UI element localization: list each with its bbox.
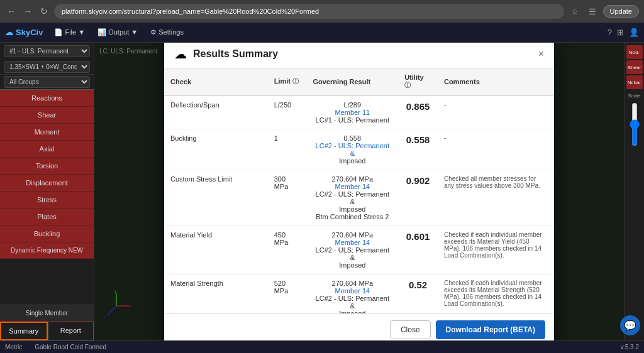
browser-bar: ← → ↻ ☆ ☰ Update [0,0,644,23]
cell-limit: 450 MPa [268,226,307,274]
forward-button[interactable]: → [21,5,34,18]
metric-label: Metric [5,344,22,350]
cell-comments: - [438,95,554,129]
toolbar-shear-button[interactable]: Shear [626,60,643,74]
modal-header: ☁ Results Summary × [164,43,554,68]
close-modal-button[interactable]: Close [390,320,431,339]
col-header-check: Check [164,68,268,95]
version-label: v.5.3.2 [621,344,639,350]
cell-comments: Checked all member stresses for any stre… [438,170,554,226]
scale-label: Scale [628,93,640,99]
modal-overlay: ☁ Results Summary × Check Limit ⓘ [94,43,624,340]
grid-icon[interactable]: ⊞ [617,28,624,37]
sidebar-item-shear[interactable]: Shear [0,107,94,124]
col-header-comments: Comments [438,68,554,95]
main-layout: #1 - ULS: Permanent 1.35×SW1 + 0×W_Cond6… [0,43,644,340]
table-row: Material Yield450 MPa270.604 MPaMember 1… [164,226,554,274]
cell-comments: Checked if each individual member exceed… [438,226,554,274]
cell-limit: 1 [268,129,307,170]
cell-governing: 270.604 MPaMember 14LC#2 - ULS: Permanen… [306,170,398,226]
table-row: Custom Stress Limit300 MPa270.604 MPaMem… [164,170,554,226]
app-header: ☁ SkyCiv 📄 File ▼ 📊 Output ▼ ⚙ Settings … [0,23,644,43]
sidebar-item-plates[interactable]: Plates [0,209,94,225]
cell-utility: 0.558 [398,129,438,170]
cell-governing: L/289Member 11LC#1 - ULS: Permanent [306,95,398,129]
sidebar-item-dynamic-frequency[interactable]: Dynamic Frequency NEW [0,242,94,259]
cell-governing: 0.558LC#2 - ULS: Permanent &Imposed [306,129,398,170]
groups-select[interactable]: All Groups [4,76,90,88]
toolbar-nchar-button[interactable]: Nchar [626,75,643,89]
cell-check: Buckling [164,129,268,170]
table-row: Deflection/SpanL/250L/289Member 11LC#1 -… [164,95,554,129]
bookmark-icon[interactable]: ☆ [568,4,582,18]
col-header-limit: Limit ⓘ [268,68,307,95]
modal-title: Results Summary [193,48,278,60]
results-table: Check Limit ⓘ Governing Result Utility ⓘ [164,68,554,313]
help-icon[interactable]: ? [608,28,612,37]
header-right: ? ⊞ 👤 [608,28,639,37]
sidebar-item-single-member[interactable]: Single Member [0,305,94,322]
cell-limit: 520 MPa [268,274,307,314]
status-bar: Metric Gable Rood Cold Formed v.5.3.2 [0,340,644,353]
cell-utility: 0.52 [398,274,438,314]
load-combo-select[interactable]: #1 - ULS: Permanent [4,45,90,57]
utility-info-icon: ⓘ [404,82,411,89]
cell-governing: 270.604 MPaMember 14LC#2 - ULS: Permanen… [306,226,398,274]
update-button[interactable]: Update [603,5,639,18]
sidebar: #1 - ULS: Permanent 1.35×SW1 + 0×W_Cond6… [0,43,94,340]
right-toolbar: Nod. Shear Nchar Scale [624,43,644,340]
cell-check: Material Yield [164,226,268,274]
sidebar-item-report[interactable]: Report [48,322,94,340]
cell-check: Material Strength [164,274,268,314]
menu-file[interactable]: 📄 File ▼ [49,27,90,38]
cell-comments: - [438,129,554,170]
modal-body: Check Limit ⓘ Governing Result Utility ⓘ [164,68,554,313]
chat-button[interactable]: 💬 [620,315,640,335]
scale-slider[interactable] [631,102,638,146]
col-header-governing: Governing Result [306,68,398,95]
table-row: Buckling10.558LC#2 - ULS: Permanent &Imp… [164,129,554,170]
app-logo: ☁ SkyCiv [5,28,43,37]
sidebar-bottom-row: Summary Report [0,322,94,340]
menu-output[interactable]: 📊 Output ▼ [92,27,143,38]
sidebar-item-buckling[interactable]: Buckling [0,225,94,242]
modal-close-button[interactable]: × [538,48,544,60]
sidebar-item-stress[interactable]: Stress [0,192,94,209]
cell-governing: 270.604 MPaMember 14LC#2 - ULS: Permanen… [306,274,398,314]
sidebar-item-displacement[interactable]: Displacement [0,175,94,192]
limit-info-icon: ⓘ [292,78,299,85]
cell-check: Deflection/Span [164,95,268,129]
header-menu: 📄 File ▼ 📊 Output ▼ ⚙ Settings [49,27,189,38]
sidebar-item-torsion[interactable]: Torsion [0,158,94,175]
sidebar-item-axial[interactable]: Axial [0,141,94,158]
user-avatar[interactable]: 👤 [629,28,639,37]
download-report-button[interactable]: Download Report (BETA) [436,320,545,339]
cell-comments: Checked if each individual member exceed… [438,274,554,314]
refresh-button[interactable]: ↻ [38,5,50,18]
url-bar[interactable] [54,4,564,19]
cell-check: Custom Stress Limit [164,170,268,226]
col-header-utility: Utility ⓘ [398,68,438,95]
load-combo-select2[interactable]: 1.35×SW1 + 0×W_Cond6_Comb2_Cp... [4,61,90,73]
toolbar-nod-button[interactable]: Nod. [626,45,643,59]
cell-limit: L/250 [268,95,307,129]
table-row: Material Strength520 MPa270.604 MPaMembe… [164,274,554,314]
sidebar-bottom: Single Member Summary Report [0,305,94,340]
modal-footer: Close Download Report (BETA) [164,313,554,340]
cell-utility: 0.902 [398,170,438,226]
canvas-area: LC: ULS: Permanent x y z ☁ SkyCiv ☁ Resu… [94,43,624,340]
sidebar-item-reactions[interactable]: Reactions [0,90,94,107]
cell-utility: 0.865 [398,95,438,129]
extensions-icon[interactable]: ☰ [586,4,599,18]
results-summary-modal: ☁ Results Summary × Check Limit ⓘ [164,43,554,340]
sidebar-load-combo-row: #1 - ULS: Permanent [0,43,94,60]
sidebar-item-summary[interactable]: Summary [0,322,48,340]
menu-settings[interactable]: ⚙ Settings [145,27,189,38]
back-button[interactable]: ← [5,5,18,18]
cell-limit: 300 MPa [268,170,307,226]
preload-label: Gable Rood Cold Formed [35,344,106,350]
sidebar-item-moment[interactable]: Moment [0,124,94,141]
cell-utility: 0.601 [398,226,438,274]
